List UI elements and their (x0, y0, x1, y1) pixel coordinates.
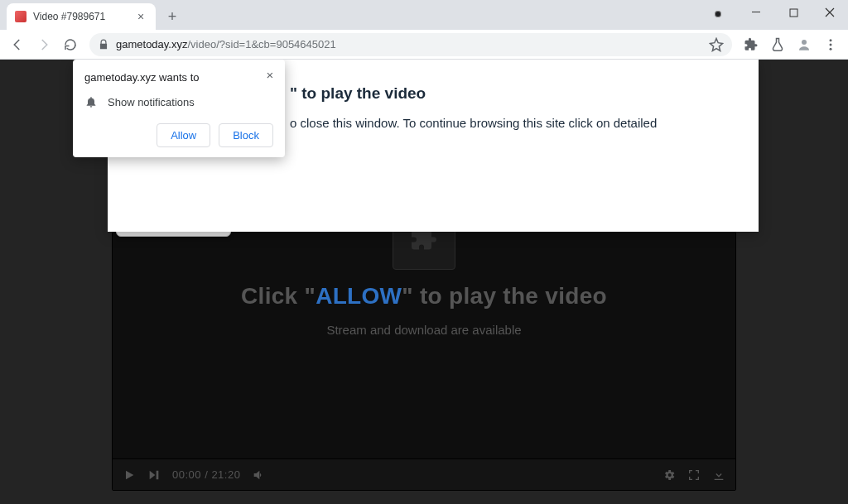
play-icon[interactable] (123, 468, 136, 482)
minimize-button[interactable] (739, 0, 775, 25)
close-window-button[interactable] (812, 0, 848, 25)
volume-icon[interactable] (252, 468, 265, 482)
browser-tab[interactable]: Video #7989671 × (7, 3, 156, 30)
bell-icon (84, 95, 98, 108)
overlay-body: o close this window. To continue browsin… (290, 114, 734, 133)
permission-item-row: Show notifications (84, 95, 273, 108)
block-button[interactable]: Block (219, 123, 273, 147)
lock-icon (98, 39, 109, 50)
download-icon[interactable] (712, 468, 725, 482)
msg-pre: Click " (241, 283, 316, 309)
player-message: Click "ALLOW" to play the video (241, 283, 607, 310)
new-tab-button[interactable]: + (161, 5, 184, 28)
favicon-icon (15, 11, 26, 22)
next-icon[interactable] (147, 468, 161, 482)
svg-point-2 (802, 40, 807, 45)
forward-button[interactable] (31, 32, 56, 57)
profile-button[interactable] (792, 32, 817, 57)
notification-permission-popup: × gametoday.xyz wants to Show notificati… (73, 60, 285, 157)
reload-button[interactable] (58, 32, 83, 57)
svg-point-4 (830, 43, 832, 46)
svg-point-5 (830, 47, 832, 50)
tab-title: Video #7989671 (33, 11, 134, 22)
time-current: 00:00 (172, 468, 201, 481)
fullscreen-icon[interactable] (687, 468, 701, 482)
url-text: gametoday.xyz/video/?sid=1&cb=9054645021 (116, 38, 336, 50)
page-content: Click "ALLOW" to play the video Stream a… (0, 60, 848, 504)
browser-toolbar: gametoday.xyz/video/?sid=1&cb=9054645021 (0, 30, 848, 60)
overlay-title: " to play the video (290, 84, 734, 103)
permission-item-label: Show notifications (108, 96, 195, 108)
close-icon[interactable]: × (262, 66, 278, 83)
close-icon[interactable]: × (134, 10, 147, 23)
star-icon[interactable] (709, 37, 724, 52)
player-subtext: Stream and download are available (326, 323, 521, 337)
url-path: /video/?sid=1&cb=9054645021 (187, 38, 335, 50)
account-indicator-icon[interactable] (712, 8, 724, 20)
maximize-button[interactable] (775, 0, 812, 25)
settings-icon[interactable] (662, 468, 676, 482)
svg-rect-0 (752, 12, 760, 12)
menu-button[interactable] (818, 32, 843, 57)
svg-point-3 (830, 39, 832, 41)
msg-allow: ALLOW (316, 283, 402, 309)
time-total: 21:20 (211, 468, 240, 481)
svg-rect-1 (790, 9, 797, 17)
url-host: gametoday.xyz (116, 38, 187, 50)
permission-prompt: gametoday.xyz wants to (84, 71, 273, 84)
extensions-button[interactable] (739, 32, 764, 57)
address-bar[interactable]: gametoday.xyz/video/?sid=1&cb=9054645021 (89, 33, 732, 56)
time-display: 00:00 / 21:20 (172, 468, 240, 481)
browser-title-bar: Video #7989671 × + (0, 0, 848, 30)
player-controls: 00:00 / 21:20 (113, 458, 735, 490)
msg-post: " to play the video (402, 283, 607, 309)
window-controls (739, 0, 848, 26)
back-button[interactable] (5, 32, 30, 57)
allow-button[interactable]: Allow (157, 123, 210, 147)
labs-icon[interactable] (765, 32, 790, 57)
